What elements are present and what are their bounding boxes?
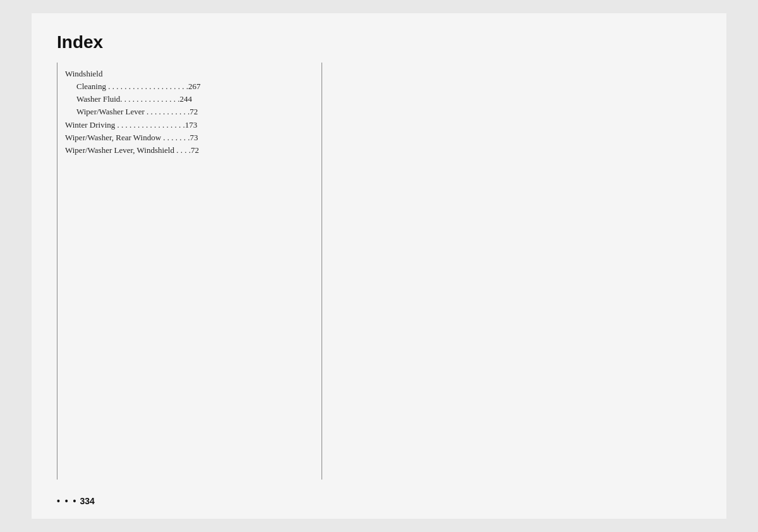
index-entry: Wiper/Washer, Rear Window . . . . . . .7… <box>65 131 314 144</box>
index-entry: Washer Fluid. . . . . . . . . . . . . . … <box>76 93 314 106</box>
page-footer: • • • 334 <box>57 496 95 506</box>
index-entry: Cleaning . . . . . . . . . . . . . . . .… <box>76 80 314 93</box>
footer-dots: • • • <box>57 496 77 506</box>
page-title: Index <box>57 32 701 52</box>
left-column: WindshieldCleaning . . . . . . . . . . .… <box>57 63 322 480</box>
right-column <box>322 63 701 480</box>
index-entry: Wiper/Washer Lever, Windshield . . . .72 <box>65 144 314 157</box>
page: Index WindshieldCleaning . . . . . . . .… <box>32 13 726 519</box>
index-entry: Winter Driving . . . . . . . . . . . . .… <box>65 119 314 131</box>
index-entries: WindshieldCleaning . . . . . . . . . . .… <box>65 68 314 157</box>
index-entry: Wiper/Washer Lever . . . . . . . . . . .… <box>76 106 314 118</box>
content-area: WindshieldCleaning . . . . . . . . . . .… <box>57 63 701 480</box>
index-entry: Windshield <box>65 68 314 80</box>
page-number: 334 <box>80 496 94 506</box>
